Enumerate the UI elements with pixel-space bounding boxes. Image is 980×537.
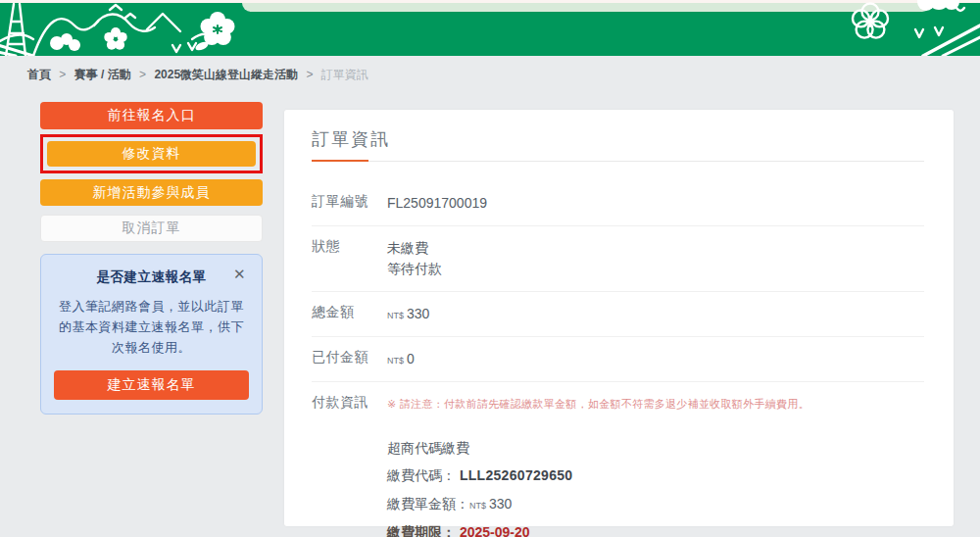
status-line-awaiting: 等待付款 (387, 259, 442, 279)
currency-symbol: NT$ (387, 356, 404, 366)
mountain-illustration-icon (0, 0, 245, 56)
bill-amount-label: 繳費單金額： (387, 496, 469, 512)
total-amount-row: 總金額 NT$330 (312, 292, 924, 337)
payment-code-value: LLL25260729650 (460, 467, 573, 483)
click-highlight-box: 修改資料 (40, 134, 263, 173)
quick-list-panel-title: 是否建立速報名單 (54, 267, 233, 286)
total-amount-value: 330 (407, 306, 429, 321)
create-quick-list-button[interactable]: 建立速報名單 (54, 370, 249, 400)
status-label: 狀態 (312, 238, 387, 279)
flower-illustration-icon (833, 0, 980, 56)
payment-method-title: 超商代碼繳費 (387, 434, 809, 463)
order-number-label: 訂單編號 (312, 193, 387, 214)
deadline-label: 繳費期限： (387, 524, 456, 537)
sidebar: 前往報名入口 修改資料 新增活動參與成員 取消訂單 是否建立速報名單 ✕ 登入筆… (40, 102, 263, 415)
order-number-value: FL25091700019 (387, 193, 487, 214)
order-info-card: 訂單資訊 訂單編號 FL25091700019 狀態 未繳費 等待付款 總金額 … (284, 110, 954, 526)
quick-list-panel: 是否建立速報名單 ✕ 登入筆記網路會員，並以此訂單的基本資料建立速報名單，供下次… (40, 254, 263, 415)
breadcrumb-separator: > (306, 68, 313, 81)
paid-amount-label: 已付金額 (312, 349, 387, 369)
payment-code-line: 繳費代碼： LLL25260729650 (387, 462, 809, 490)
status-row: 狀態 未繳費 等待付款 (312, 226, 924, 292)
breadcrumb-separator: > (139, 68, 146, 81)
payment-info-label: 付款資訊 (312, 394, 387, 537)
quick-list-panel-body: 登入筆記網路會員，並以此訂單的基本資料建立速報名單，供下次報名使用。 (54, 296, 249, 358)
cancel-order-button[interactable]: 取消訂單 (40, 215, 263, 242)
breadcrumb-order-info: 訂單資訊 (321, 68, 368, 81)
deadline-value: 2025-09-20 (460, 524, 530, 537)
add-member-button[interactable]: 新增活動參與成員 (40, 179, 263, 206)
payment-warning-note: ※ 請注意：付款前請先確認繳款單金額，如金額不符需多退少補並收取額外手續費用。 (387, 394, 809, 413)
breadcrumb-events[interactable]: 賽事 / 活動 (74, 68, 131, 81)
go-register-button[interactable]: 前往報名入口 (40, 102, 263, 129)
header-nav-band (242, 3, 931, 12)
page-title: 訂單資訊 (312, 127, 924, 151)
paid-amount-value: 0 (407, 351, 415, 366)
deadline-line: 繳費期限： 2025-09-20 (387, 518, 809, 537)
title-underline (312, 161, 924, 162)
payment-code-label: 繳費代碼： (387, 467, 456, 483)
currency-symbol: NT$ (387, 311, 404, 320)
breadcrumb-home[interactable]: 首頁 (27, 68, 51, 81)
paid-amount-row: 已付金額 NT$0 (312, 337, 924, 382)
close-icon[interactable]: ✕ (233, 267, 249, 281)
currency-symbol: NT$ (469, 501, 486, 511)
status-line-unpaid: 未繳費 (387, 238, 442, 259)
site-header (0, 0, 980, 56)
payment-info-row: 付款資訊 ※ 請注意：付款前請先確認繳款單金額，如金額不符需多退少補並收取額外手… (312, 382, 924, 537)
bill-amount-line: 繳費單金額：NT$330 (387, 490, 809, 518)
order-number-row: 訂單編號 FL25091700019 (312, 181, 924, 226)
breadcrumb-activity[interactable]: 2025微笑山線登山縱走活動 (154, 68, 298, 81)
bill-amount-value: 330 (489, 496, 512, 512)
breadcrumb: 首頁 > 賽事 / 活動 > 2025微笑山線登山縱走活動 > 訂單資訊 (27, 67, 368, 83)
breadcrumb-separator: > (59, 68, 66, 81)
edit-data-button[interactable]: 修改資料 (47, 141, 256, 167)
total-amount-label: 總金額 (312, 304, 387, 324)
